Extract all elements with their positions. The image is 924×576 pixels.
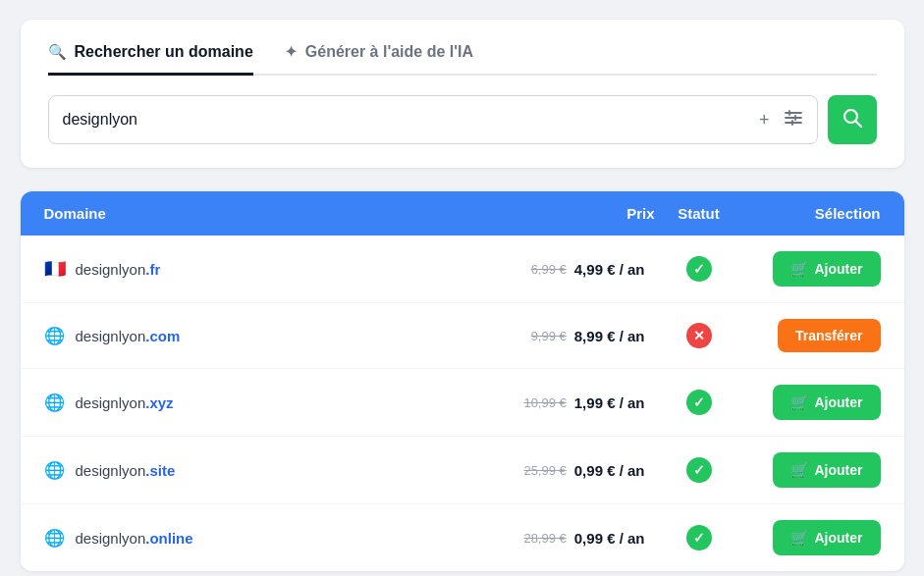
domain-tld: .fr <box>145 261 160 278</box>
status-available-icon: ✓ <box>686 256 712 282</box>
flag-icon: 🇫🇷 <box>44 258 66 280</box>
action-cell: Transférer <box>743 319 881 352</box>
add-button[interactable]: 🛒 Ajouter <box>773 251 881 287</box>
table-header: Domaine Prix Statut Sélection <box>21 191 904 236</box>
ai-tab-icon: ✦ <box>285 43 298 61</box>
domain-name: designlyon.fr <box>76 261 161 278</box>
add-button-label: Ajouter <box>815 261 863 277</box>
status-taken-icon: ✕ <box>686 323 712 348</box>
search-button[interactable] <box>828 95 877 144</box>
add-button[interactable]: 🛒 Ajouter <box>773 520 881 555</box>
domain-tld: .online <box>145 530 192 547</box>
header-price: Prix <box>439 205 655 222</box>
domain-name: designlyon.online <box>76 530 193 547</box>
status-cell: ✕ <box>655 323 743 348</box>
add-button[interactable]: 🛒 Ajouter <box>773 452 881 488</box>
domain-tld: .xyz <box>145 394 173 411</box>
domain-tld: .com <box>145 328 180 344</box>
new-price: 8,99 € / an <box>574 328 645 344</box>
cart-icon: 🛒 <box>790 461 809 479</box>
domain-name: designlyon.site <box>76 462 176 479</box>
plus-icon: + <box>759 110 770 131</box>
new-price: 4,99 € / an <box>574 261 645 278</box>
status-available-icon: ✓ <box>686 457 712 483</box>
cart-icon: 🛒 <box>790 393 809 411</box>
domain-name: designlyon.xyz <box>76 394 174 411</box>
globe-icon: 🌐 <box>44 325 66 346</box>
price-cell: 28,99 € 0,99 € / an <box>439 530 655 547</box>
add-extension-button[interactable]: + <box>759 110 770 131</box>
transfer-button[interactable]: Transférer <box>778 319 880 352</box>
domain-name: designlyon.com <box>76 328 181 344</box>
old-price: 9,99 € <box>531 329 567 343</box>
globe-icon: 🌐 <box>44 459 66 481</box>
old-price: 6,99 € <box>531 262 567 277</box>
status-available-icon: ✓ <box>686 390 712 415</box>
page-container: 🔍 Rechercher un domaine ✦ Générer à l'ai… <box>21 20 904 571</box>
new-price: 0,99 € / an <box>574 530 645 547</box>
add-button-label: Ajouter <box>815 394 863 410</box>
old-price: 25,99 € <box>523 463 566 478</box>
search-input-actions: + <box>759 108 803 132</box>
globe-icon: 🌐 <box>44 392 66 413</box>
tab-ai-generate[interactable]: ✦ Générer à l'aide de l'IA <box>285 43 473 76</box>
add-button-label: Ajouter <box>815 462 863 478</box>
old-price: 28,99 € <box>523 531 566 546</box>
svg-line-7 <box>855 121 861 127</box>
domain-cell: 🌐 designlyon.online <box>44 527 439 549</box>
table-row: 🌐 designlyon.xyz 10,99 € 1,99 € / an ✓ 🛒… <box>21 369 904 437</box>
new-price: 1,99 € / an <box>574 394 645 411</box>
add-button[interactable]: 🛒 Ajouter <box>773 385 881 420</box>
price-cell: 25,99 € 0,99 € / an <box>439 462 655 479</box>
tab-search-domain[interactable]: 🔍 Rechercher un domaine <box>48 43 253 76</box>
action-cell: 🛒 Ajouter <box>743 385 881 420</box>
search-card: 🔍 Rechercher un domaine ✦ Générer à l'ai… <box>21 20 904 168</box>
action-cell: 🛒 Ajouter <box>743 520 881 555</box>
search-btn-icon <box>842 107 863 133</box>
status-cell: ✓ <box>655 256 743 282</box>
filter-icon <box>784 108 803 132</box>
filter-button[interactable] <box>784 108 803 132</box>
status-available-icon: ✓ <box>686 525 712 550</box>
domain-cell: 🇫🇷 designlyon.fr <box>44 258 439 280</box>
header-status: Statut <box>655 205 743 222</box>
tab-ai-label: Générer à l'aide de l'IA <box>305 43 473 61</box>
search-input-wrapper: + <box>48 95 818 144</box>
action-cell: 🛒 Ajouter <box>743 251 881 287</box>
table-row: 🇫🇷 designlyon.fr 6,99 € 4,99 € / an ✓ 🛒 … <box>21 236 904 303</box>
search-tabs: 🔍 Rechercher un domaine ✦ Générer à l'ai… <box>48 43 877 76</box>
header-selection: Sélection <box>743 205 881 222</box>
action-cell: 🛒 Ajouter <box>743 452 881 488</box>
globe-icon: 🌐 <box>44 527 66 549</box>
search-input[interactable] <box>63 111 759 129</box>
table-row: 🌐 designlyon.online 28,99 € 0,99 € / an … <box>21 504 904 571</box>
domain-cell: 🌐 designlyon.com <box>44 325 439 346</box>
header-domain: Domaine <box>44 205 439 222</box>
search-row: + <box>48 95 877 144</box>
domain-cell: 🌐 designlyon.xyz <box>44 392 439 413</box>
domain-tld: .site <box>145 462 175 479</box>
price-cell: 6,99 € 4,99 € / an <box>439 261 655 278</box>
results-card: Domaine Prix Statut Sélection 🇫🇷 designl… <box>21 191 904 571</box>
status-cell: ✓ <box>655 525 743 550</box>
search-tab-icon: 🔍 <box>48 43 67 61</box>
add-button-label: Ajouter <box>815 530 863 546</box>
old-price: 10,99 € <box>523 395 566 410</box>
status-cell: ✓ <box>655 390 743 415</box>
table-row: 🌐 designlyon.site 25,99 € 0,99 € / an ✓ … <box>21 437 904 504</box>
domain-cell: 🌐 designlyon.site <box>44 459 439 481</box>
cart-icon: 🛒 <box>790 260 809 278</box>
cart-icon: 🛒 <box>790 529 809 547</box>
transfer-button-label: Transférer <box>795 328 862 343</box>
price-cell: 10,99 € 1,99 € / an <box>439 394 655 411</box>
new-price: 0,99 € / an <box>574 462 645 479</box>
status-cell: ✓ <box>655 457 743 483</box>
tab-search-label: Rechercher un domaine <box>75 43 253 61</box>
price-cell: 9,99 € 8,99 € / an <box>439 328 655 344</box>
table-row: 🌐 designlyon.com 9,99 € 8,99 € / an ✕ Tr… <box>21 303 904 369</box>
